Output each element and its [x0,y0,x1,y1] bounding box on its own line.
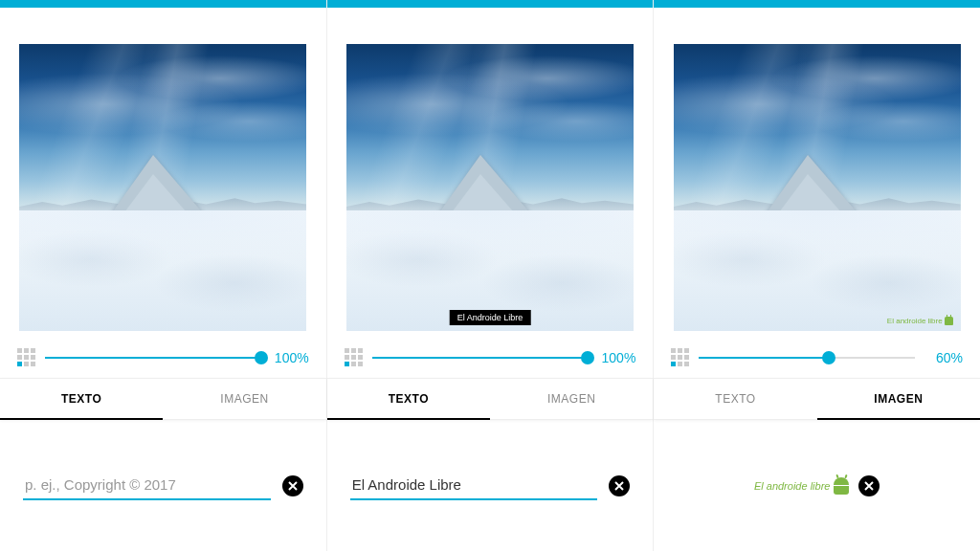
clear-icon[interactable] [609,475,630,496]
opacity-value: 60% [924,350,963,365]
position-grid-icon[interactable] [671,348,689,366]
input-area [0,420,326,551]
tab-imagen[interactable]: IMAGEN [490,379,653,419]
opacity-slider-row: 100% [0,348,326,378]
watermark-tabs: TEXTO IMAGEN [0,378,326,420]
screenshot-container: 100% TEXTO IMAGEN El [0,0,980,551]
watermark-image-thumbnail[interactable]: El androide libre [754,477,850,495]
panel-1: 100% TEXTO IMAGEN [0,0,327,551]
android-icon [834,477,849,495]
opacity-value: 100% [597,350,635,365]
image-preview-area: El androide libre [654,8,980,348]
opacity-slider[interactable] [45,349,261,366]
android-icon [945,317,953,325]
watermark-overlay-text: El Androide Libre [450,310,531,325]
clear-icon[interactable] [282,475,303,496]
input-area: El androide libre [654,420,980,551]
input-area [327,420,654,551]
tab-imagen[interactable]: IMAGEN [817,379,980,419]
opacity-slider-row: 100% [327,348,654,378]
image-preview-area [0,8,326,348]
panel-2: El Androide Libre 100% TEXTO IMAGEN [327,0,655,551]
opacity-value: 100% [271,350,309,365]
opacity-slider[interactable] [372,349,589,366]
preview-image[interactable]: El Androide Libre [346,44,634,331]
position-grid-icon[interactable] [345,348,363,366]
tab-imagen[interactable]: IMAGEN [163,379,325,419]
preview-image[interactable]: El androide libre [674,44,961,331]
image-preview-area: El Androide Libre [327,8,654,348]
panel-3: El androide libre 60% TEXTO IMAGEN [654,0,980,551]
tab-texto[interactable]: TEXTO [0,379,163,419]
app-topbar [327,0,654,8]
opacity-slider[interactable] [699,349,915,366]
tab-texto[interactable]: TEXTO [654,379,816,419]
watermark-tabs: TEXTO IMAGEN [327,378,654,420]
position-grid-icon[interactable] [17,348,35,366]
watermark-text-input[interactable] [350,471,598,500]
preview-image[interactable] [19,44,306,331]
tab-texto[interactable]: TEXTO [327,379,490,419]
app-topbar [0,0,326,8]
watermark-tabs: TEXTO IMAGEN [654,378,980,420]
clear-icon[interactable] [858,475,880,496]
opacity-slider-row: 60% [654,348,980,378]
watermark-text-input[interactable] [23,471,271,500]
app-topbar [654,0,980,8]
watermark-overlay-image: El androide libre [887,317,953,325]
